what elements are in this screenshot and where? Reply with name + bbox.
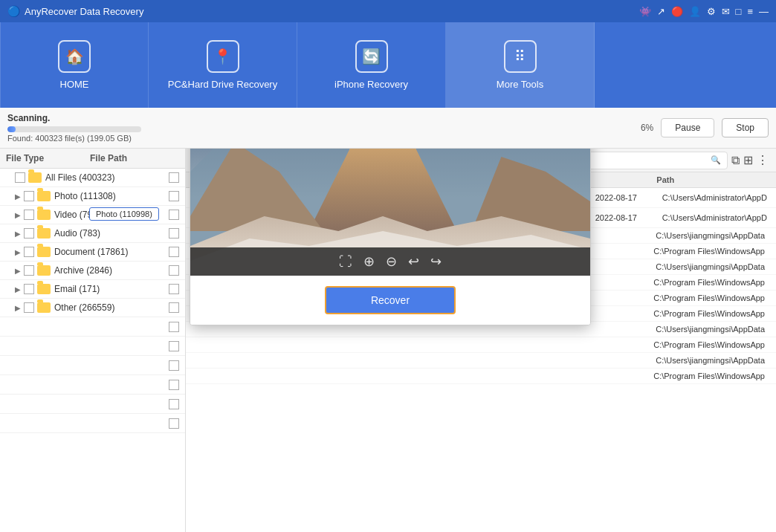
discord-icon[interactable]: 👾 xyxy=(639,6,651,17)
pause-button[interactable]: Pause xyxy=(661,118,714,137)
sidebar-empty-6 xyxy=(0,414,185,433)
empty-cb-3[interactable] xyxy=(169,360,179,371)
zoom-out-icon[interactable]: ⊖ xyxy=(386,253,397,270)
audio-right-cb[interactable] xyxy=(169,228,179,239)
nav-bar: 🏠 HOME 📍 PC&Hard Drive Recovery 🔄 iPhone… xyxy=(0,22,776,108)
profile-icon[interactable]: 👤 xyxy=(689,6,701,17)
bg-row: C:\Users\jiangmingsi\AppData xyxy=(186,353,776,369)
audio-checkbox[interactable] xyxy=(24,228,34,239)
rotate-right-icon[interactable]: ↪ xyxy=(430,253,442,270)
all-files-checkbox[interactable] xyxy=(15,172,25,183)
zoom-in-icon[interactable]: ⊕ xyxy=(363,253,375,270)
archive-right-cb[interactable] xyxy=(169,265,179,276)
empty-cb-6[interactable] xyxy=(169,418,179,429)
nav-home[interactable]: 🏠 HOME xyxy=(0,22,149,108)
sidebar-empty-3 xyxy=(0,356,185,375)
video-expand: ▶ xyxy=(15,211,24,219)
empty-cb-1[interactable] xyxy=(169,322,179,332)
sidebar-item-archive[interactable]: ▶ Archive (2846) xyxy=(0,262,185,280)
all-files-right-cb[interactable] xyxy=(169,172,179,183)
doc-checkbox[interactable] xyxy=(24,247,34,257)
preview-modal: -283679041453870662.jpg ⧉ ✕ xyxy=(190,149,591,325)
modal-recover-area: Recover xyxy=(190,276,590,325)
empty-cb-5[interactable] xyxy=(169,399,179,409)
sidebar-empty-5 xyxy=(0,395,185,414)
photo-checkbox[interactable] xyxy=(24,191,34,201)
other-label: Other (266559) xyxy=(54,302,169,313)
empty-cb-2[interactable] xyxy=(169,341,179,351)
settings-icon[interactable]: ⚙ xyxy=(707,6,716,17)
fullscreen-icon[interactable]: ⛶ xyxy=(339,254,352,270)
nav-pc-recovery[interactable]: 📍 PC&Hard Drive Recovery xyxy=(149,22,297,108)
col-date-cre-header xyxy=(589,175,656,184)
progress-bar-container xyxy=(7,126,141,132)
app-title: AnyRecover Data Recovery xyxy=(25,6,143,17)
close-icon[interactable]: — xyxy=(759,6,769,17)
sidebar-header: File Type File Path xyxy=(0,149,185,169)
stop-button[interactable]: Stop xyxy=(722,118,769,137)
video-right-cb[interactable] xyxy=(169,210,179,220)
video-checkbox[interactable] xyxy=(24,210,34,220)
doc-folder-icon xyxy=(37,247,51,257)
sidebar-item-photo[interactable]: ▶ Photo (111308) xyxy=(0,187,185,206)
scan-status-bar: Scanning. Found: 400323 file(s) (199.05 … xyxy=(0,108,776,149)
more-tools-icon: ⠿ xyxy=(504,40,537,73)
modal-image-toolbar: ⛶ ⊕ ⊖ ↩ ↪ xyxy=(190,247,590,276)
other-expand: ▶ xyxy=(15,304,24,312)
photo-right-cb[interactable] xyxy=(169,191,179,201)
share-icon[interactable]: ↗ xyxy=(657,6,665,17)
email-folder-icon xyxy=(37,284,51,294)
row-date-cre: 2022-08-17 xyxy=(595,193,662,202)
other-right-cb[interactable] xyxy=(169,302,179,313)
sidebar-col2-header: File Path xyxy=(90,153,179,163)
search-icon[interactable]: 🔍 xyxy=(711,155,721,165)
scan-percent: 6% xyxy=(641,123,653,133)
doc-right-cb[interactable] xyxy=(169,247,179,257)
row-path: C:\Users\Administrator\AppD xyxy=(662,193,769,202)
photo-label: Photo (111308) xyxy=(54,191,169,201)
sidebar-item-audio[interactable]: ▶ Audio (783) xyxy=(0,224,185,243)
title-bar: 🔵 AnyRecover Data Recovery 👾 ↗ 🔴 👤 ⚙ ✉ □… xyxy=(0,0,776,22)
nav-more-tools-label: More Tools xyxy=(497,79,543,90)
email-right-cb[interactable] xyxy=(169,284,179,294)
rotate-left-icon[interactable]: ↩ xyxy=(408,253,419,270)
sidebar-item-document[interactable]: ▶ Document (17861) xyxy=(0,243,185,262)
email-icon[interactable]: ✉ xyxy=(722,6,730,17)
sidebar-item-email[interactable]: ▶ Email (171) xyxy=(0,280,185,299)
sidebar-item-video[interactable]: ▶ Video (795) Photo (110998) xyxy=(0,206,185,224)
doc-expand: ▶ xyxy=(15,248,24,256)
scan-info: Scanning. Found: 400323 file(s) (199.05 … xyxy=(7,113,633,143)
progress-bar-fill xyxy=(7,126,16,132)
more-options-icon[interactable]: ⋮ xyxy=(757,153,769,167)
email-checkbox[interactable] xyxy=(24,284,34,294)
all-files-label: All Files (400323) xyxy=(45,172,169,183)
modal-recover-button[interactable]: Recover xyxy=(325,286,456,314)
hamburger-icon[interactable]: ≡ xyxy=(747,6,753,17)
audio-expand: ▶ xyxy=(15,230,24,238)
sidebar-empty-2 xyxy=(0,337,185,356)
nav-iphone-label: iPhone Recovery xyxy=(334,79,408,90)
archive-folder-icon xyxy=(37,265,51,276)
modal-image-area: ⛶ ⊕ ⊖ ↩ ↪ xyxy=(190,149,590,276)
sidebar-item-other[interactable]: ▶ Other (266559) xyxy=(0,299,185,317)
scan-label: Scanning. xyxy=(7,113,633,123)
sidebar-item-all-files[interactable]: All Files (400323) xyxy=(0,169,185,187)
photo-folder-icon xyxy=(37,191,51,201)
scan-found: Found: 400323 file(s) (199.05 GB) xyxy=(7,134,633,143)
empty-cb-4[interactable] xyxy=(169,380,179,390)
doc-label: Document (17861) xyxy=(54,247,169,257)
user-icon[interactable]: 🔴 xyxy=(671,6,683,17)
nav-more-tools[interactable]: ⠿ More Tools xyxy=(446,22,595,108)
archive-checkbox[interactable] xyxy=(24,265,34,276)
iphone-icon: 🔄 xyxy=(355,40,388,73)
nav-iphone-recovery[interactable]: 🔄 iPhone Recovery xyxy=(297,22,446,108)
other-checkbox[interactable] xyxy=(24,302,34,313)
home-icon: 🏠 xyxy=(58,40,91,73)
sidebar-empty-4 xyxy=(0,375,185,395)
filter-icon[interactable]: ⧉ xyxy=(731,154,740,167)
photo-expand: ▶ xyxy=(15,192,24,201)
row-date-cre: 2022-08-17 xyxy=(595,213,662,222)
sidebar-col1-header: File Type xyxy=(6,153,90,163)
grid-icon[interactable]: ⊞ xyxy=(743,153,753,167)
window-icon[interactable]: □ xyxy=(736,6,742,17)
